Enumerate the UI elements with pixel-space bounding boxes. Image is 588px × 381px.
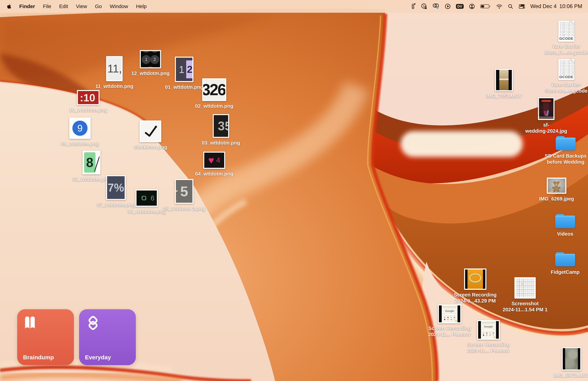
file-label: Videos (557, 231, 573, 237)
gcode-badge: GCODE (558, 75, 574, 79)
file-yarn_carrier_stem_gcode[interactable]: G1 X104.5 Y195.4G1 X105.9 Y197.5G1 X106.… (539, 59, 588, 94)
file-label-line: Videos (557, 231, 573, 237)
gcode-line: G1 X104.5 Y104.5 E4.207 (560, 28, 574, 29)
file-clockIcon_png[interactable]: clockIcon.png (123, 120, 178, 150)
file-10_wttdotm_png[interactable]: :10 10_wttdotm.png (61, 90, 116, 113)
menu-clock[interactable]: Wed Dec 4 10:06 PM (530, 3, 582, 9)
menu-help[interactable]: Help (136, 3, 147, 9)
file-label-line: 11_wttdotm.png (95, 83, 133, 89)
file-label-line: Yarn Carrier (544, 44, 588, 49)
file-label-line: Stem-an...e.gcode (545, 88, 588, 94)
file-sf_wedding_2024_jpg[interactable]: sf-wedding-2024.jpg (519, 97, 574, 134)
file-thumbnail: 6 (135, 189, 158, 207)
file-label-line: 05_wttdotm 2.png (163, 206, 206, 212)
menu-view[interactable]: View (76, 3, 87, 9)
file-02_wttdotm_png[interactable]: 326 02_wttdotm.png (187, 78, 242, 109)
thumbnail-text: 8 (86, 155, 93, 170)
file-label: 10_wttdotm.png (69, 107, 107, 113)
sync-rings-icon[interactable] (432, 3, 440, 10)
thumbnail-number: 6 (151, 194, 154, 202)
apple-logo-icon[interactable] (7, 4, 11, 9)
gcode-line: G1 X102.4 Y105.9 E4.571 (560, 29, 574, 31)
widget-braindump[interactable]: Braindump (17, 309, 74, 365)
dv-badge[interactable]: DV (456, 4, 464, 9)
file-label-line: IMG_5972.MOV (553, 373, 588, 379)
file-thumbnail (464, 269, 486, 290)
file-IMG_6269_jpeg[interactable]: IMG_6269.jpeg (529, 178, 584, 202)
file-label: 03_wttdotm.png (202, 140, 240, 146)
menu-go[interactable]: Go (95, 3, 102, 9)
gcode-line: G1 X105.9 Y102.4 E4.222 (560, 65, 574, 66)
file-thumbnail: 326 (202, 78, 226, 101)
menu-window[interactable]: Window (110, 3, 128, 9)
file-03_wttdotm_png[interactable]: 35 03_wttdotm.png (193, 114, 249, 146)
thumbnail-circle (146, 67, 155, 68)
file-label-line: Base_0....m.gcode (544, 49, 588, 56)
spotlight-search-icon[interactable] (508, 4, 513, 9)
thumbnail-text: 1 (179, 64, 184, 75)
file-label: FidgetCamp (551, 269, 580, 275)
file-IMG_5972_MOV[interactable]: IMG_5972.MOV (544, 347, 588, 379)
file-04_wttdotm_png[interactable]: ♥ 4 04_wttdotm.png (187, 152, 242, 177)
gcode-line: G1 X104.5 Y104.5 E4.207 (560, 66, 574, 68)
onepassword-icon[interactable]: 1 (421, 3, 427, 9)
file-thumbnail: Google (477, 320, 500, 340)
google-logo-text: Google (445, 309, 454, 312)
play-circle-icon[interactable] (445, 3, 451, 9)
gcode-line: G1 X197.5 Y105.9 E4.923 (560, 70, 574, 72)
file-thumbnail: G1 X104.5 Y195.4G1 X105.9 Y197.5G1 X106.… (558, 21, 574, 42)
gcode-line: G1 X195.4 Y104.5 E5.095 (560, 34, 574, 35)
gcode-line: G1 X100.0 Y106.4 E4.746 (560, 31, 574, 32)
file-folder_fidgetcamp[interactable]: FidgetCamp (538, 251, 588, 275)
file-thumbnail (547, 178, 566, 194)
file-thumbnail: 11, (106, 56, 123, 81)
file-folder_videos[interactable]: Videos (538, 213, 588, 237)
menu-bar: Finder File Edit View Go Window Help 1 (0, 0, 588, 13)
file-label: 11_wttdotm.png (95, 83, 133, 89)
file-label: 04_wttdotm.png (195, 171, 233, 177)
control-center-icon[interactable] (518, 4, 525, 9)
file-label-line: Screen Recording (454, 292, 497, 298)
file-label-line: wedding-2024.jpg (525, 128, 567, 134)
file-label: IMG_5972.MOV (553, 373, 588, 379)
file-screenshot_154[interactable]: Screenshot2024-11...1.54 PM 1 (498, 277, 553, 313)
file-label-line: Screen Recording (467, 342, 510, 348)
widget-everyday-label: Everyday (85, 354, 111, 361)
file-label: Yarn CarrierBase_0....m.gcode (544, 44, 588, 56)
figma-icon[interactable] (411, 3, 416, 9)
account-icon[interactable] (469, 3, 475, 9)
file-thumbnail: 9 (69, 117, 91, 139)
file-09_wttdotm_png[interactable]: 9 09_wttdotm.png (52, 117, 107, 147)
file-thumbnail: ♥ 4 (203, 152, 225, 169)
file-label-line: 2024-11...1.54 PM 1 (503, 307, 547, 313)
file-label-line: Yarn-Carrier- (545, 82, 588, 88)
thumbnail-text-2: 2 (187, 64, 192, 75)
file-label-line: 2024-0...43.29 PM (454, 298, 497, 304)
file-label-line: 02_wttdotm.png (195, 103, 233, 109)
thumbnail-text: 11, (107, 62, 122, 75)
file-label-line: 10_wttdotm.png (69, 107, 107, 113)
file-label-line: sf- (525, 122, 567, 128)
menu-edit[interactable]: Edit (59, 3, 68, 9)
file-label: Yarn-Carrier-Stem-an...e.gcode (545, 82, 588, 94)
file-IMG_7053_MOV[interactable]: IMG_7053.MOV (476, 69, 531, 99)
pattern-grid (515, 278, 535, 297)
gcode-line: G1 X197.5 Y105.9 E4.923 (560, 32, 574, 34)
file-label-line: 03_wttdotm.png (202, 140, 240, 146)
battery-icon[interactable] (480, 4, 491, 9)
menu-date: Wed Dec 4 (530, 3, 557, 9)
file-screen_recording_4329[interactable]: Screen Recording2024-0...43.29 PM (448, 269, 503, 304)
menu-app-name[interactable]: Finder (19, 3, 35, 9)
menu-file[interactable]: File (43, 3, 51, 9)
widget-everyday[interactable]: Everyday (79, 309, 136, 365)
file-yarn_carrier_base_gcode[interactable]: G1 X104.5 Y195.4G1 X105.9 Y197.5G1 X106.… (539, 21, 588, 56)
wifi-icon[interactable] (496, 4, 503, 9)
file-folder_sd_card_backups[interactable]: SD Card Backupsbefore Wedding (538, 135, 588, 165)
file-screen_recording_b[interactable]: Google Screen Recording2024-11... PM.mov (461, 320, 516, 354)
thumbnail-circle (150, 50, 159, 53)
file-thumbnail: :10 (77, 90, 100, 105)
file-label: clockIcon.png (134, 144, 167, 150)
file-05_wttdotm_2_png[interactable]: 5 05_wttdotm 2.png (157, 179, 212, 212)
file-thumbnail: G1 X104.5 Y195.4G1 X105.9 Y197.5G1 X106.… (558, 59, 574, 80)
folder-icon (554, 251, 576, 267)
